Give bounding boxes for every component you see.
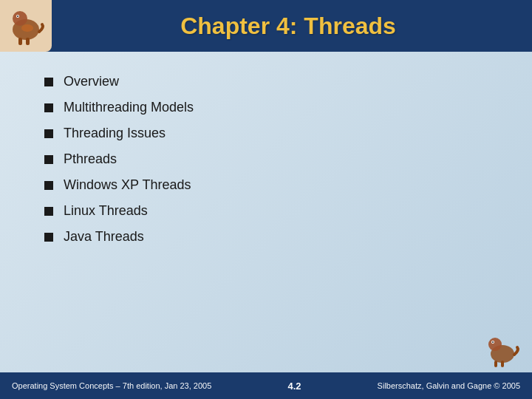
- bullet-item-2: Multithreading Models: [44, 100, 502, 115]
- bullet-text-4: Pthreads: [64, 151, 117, 167]
- bullet-item-7: Java Threads: [44, 229, 502, 245]
- bullet-icon-6: [44, 207, 53, 216]
- bullet-text-3: Threading Issues: [64, 126, 166, 141]
- bullet-text-1: Overview: [64, 74, 119, 89]
- bullet-item-6: Linux Threads: [44, 203, 502, 219]
- footer-copyright: Silberschatz, Galvin and Gagne © 2005: [378, 381, 520, 390]
- bullet-item-5: Windows XP Threads: [44, 177, 502, 193]
- footer-citation: Operating System Concepts – 7th edition,…: [12, 381, 211, 390]
- svg-point-8: [488, 338, 502, 351]
- bullet-text-2: Multithreading Models: [64, 100, 194, 115]
- bullet-icon-5: [44, 181, 53, 190]
- svg-rect-12: [501, 361, 504, 367]
- bullet-icon-3: [44, 129, 53, 138]
- svg-point-1: [13, 11, 27, 26]
- slide-footer: Operating System Concepts – 7th edition,…: [0, 372, 532, 399]
- bullet-icon-7: [44, 233, 53, 242]
- svg-point-3: [17, 16, 18, 17]
- svg-rect-5: [18, 38, 22, 45]
- svg-point-10: [492, 341, 494, 343]
- svg-rect-6: [26, 38, 30, 45]
- bullet-text-7: Java Threads: [64, 229, 144, 245]
- bullet-icon-4: [44, 155, 53, 164]
- bullet-list: OverviewMultithreading ModelsThreading I…: [44, 74, 502, 255]
- slide-header: Chapter 4: Threads: [0, 0, 532, 52]
- footer-page-number: 4.2: [287, 381, 301, 392]
- svg-rect-11: [494, 361, 497, 367]
- svg-point-4: [21, 24, 33, 32]
- bullet-icon-2: [44, 103, 53, 112]
- bottom-right-decoration: [480, 328, 525, 372]
- bullet-item-3: Threading Issues: [44, 126, 502, 141]
- slide-content: OverviewMultithreading ModelsThreading I…: [0, 52, 532, 372]
- slide-title: Chapter 4: Threads: [59, 13, 517, 40]
- bullet-text-5: Windows XP Threads: [64, 177, 191, 193]
- bullet-icon-1: [44, 78, 53, 86]
- slide: Chapter 4: Threads OverviewMultithreadin…: [0, 0, 532, 399]
- bullet-text-6: Linux Threads: [64, 203, 148, 219]
- top-left-decoration: [0, 0, 52, 52]
- bullet-item-1: Overview: [44, 74, 502, 89]
- bullet-item-4: Pthreads: [44, 151, 502, 167]
